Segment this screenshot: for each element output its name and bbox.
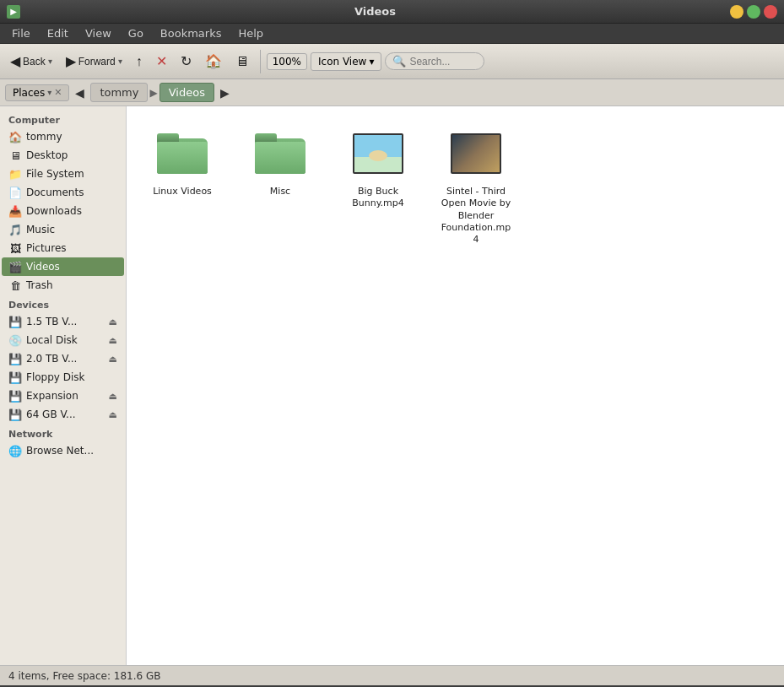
eject-icon[interactable]: ⏏ <box>109 409 117 420</box>
file-item-big-buck-bunny[interactable]: Big Buck Bunny.mp4 <box>336 120 420 252</box>
sidebar-item-filesystem[interactable]: 📁 File System <box>2 165 124 183</box>
window-controls <box>730 5 777 19</box>
main-layout: Computer 🏠 tommy 🖥 Desktop 📁 File System… <box>0 106 784 665</box>
status-text: 4 items, Free space: 181.6 GB <box>8 670 160 682</box>
breadcrumb-tommy[interactable]: tommy <box>90 83 148 102</box>
places-button[interactable]: Places ▾ ✕ <box>5 84 69 101</box>
eject-icon[interactable]: ⏏ <box>109 354 117 365</box>
view-selector[interactable]: Icon View ▾ <box>311 52 381 71</box>
window-icon: ▶ <box>7 5 20 19</box>
file-item-misc[interactable]: Misc <box>238 120 322 252</box>
drive-icon: 💾 <box>8 315 22 328</box>
sidebar-item-browse-network[interactable]: 🌐 Browse Net... <box>2 441 124 460</box>
video-thumbnail <box>451 133 501 174</box>
sidebar-item-downloads[interactable]: 📥 Downloads <box>2 202 124 220</box>
expansion-icon: 💾 <box>8 389 22 403</box>
up-icon: ↑ <box>136 54 143 69</box>
home-icon: 🏠 <box>205 53 222 69</box>
window-title: Videos <box>25 5 725 18</box>
breadcrumb-prev-button[interactable]: ◀ <box>72 84 88 101</box>
stop-icon: ✕ <box>156 53 167 69</box>
file-label: Sintel - Third Open Movie by Blender Fou… <box>441 186 511 246</box>
home-icon: 🏠 <box>8 130 22 143</box>
sidebar-section-computer: Computer <box>0 110 126 127</box>
search-icon: 🔍 <box>392 55 406 68</box>
computer-icon: 🖥 <box>235 54 249 69</box>
disk-icon: 💿 <box>8 333 22 347</box>
sidebar-item-floppy[interactable]: 💾 Floppy Disk <box>2 368 124 387</box>
file-label: Big Buck Bunny.mp4 <box>343 186 414 210</box>
menu-edit[interactable]: Edit <box>39 25 77 41</box>
videos-icon: 🎬 <box>8 260 22 273</box>
stop-button[interactable]: ✕ <box>151 50 172 73</box>
forward-icon: ▶ <box>66 53 76 69</box>
reload-button[interactable]: ↻ <box>176 50 197 73</box>
breadcrumb-videos[interactable]: Videos <box>160 83 214 102</box>
sidebar-item-tommy[interactable]: 🏠 tommy <box>2 127 124 146</box>
menubar: File Edit View Go Bookmarks Help <box>0 24 784 44</box>
eject-icon[interactable]: ⏏ <box>109 316 117 327</box>
menu-bookmarks[interactable]: Bookmarks <box>152 25 230 41</box>
up-button[interactable]: ↑ <box>131 51 148 73</box>
file-grid: Linux Videos Misc <box>140 120 770 252</box>
trash-icon: 🗑 <box>8 279 22 292</box>
eject-icon[interactable]: ⏏ <box>109 391 117 402</box>
search-box[interactable]: 🔍 <box>385 52 484 70</box>
search-input[interactable] <box>409 56 477 68</box>
places-close-icon[interactable]: ✕ <box>54 87 62 98</box>
forward-arrow-icon: ▾ <box>118 57 122 66</box>
video-thumb-wrapper <box>351 127 405 181</box>
menu-file[interactable]: File <box>3 25 39 41</box>
breadcrumb-next-button[interactable]: ▶ <box>217 84 233 101</box>
sidebar-item-documents[interactable]: 📄 Documents <box>2 183 124 202</box>
forward-button[interactable]: ▶ Forward ▾ <box>61 50 127 73</box>
toolbar: ◀ Back ▾ ▶ Forward ▾ ↑ ✕ ↻ 🏠 🖥 100% <box>0 44 784 79</box>
downloads-icon: 📥 <box>8 204 22 218</box>
sidebar-item-expansion[interactable]: 💾 Expansion ⏏ <box>2 387 124 405</box>
places-arrow-icon: ▾ <box>47 88 51 97</box>
drive2-icon: 💾 <box>8 352 22 365</box>
file-item-linux-videos[interactable]: Linux Videos <box>140 120 224 252</box>
sidebar-item-desktop[interactable]: 🖥 Desktop <box>2 146 124 165</box>
back-button[interactable]: ◀ Back ▾ <box>5 50 57 73</box>
documents-icon: 📄 <box>8 186 22 199</box>
menu-view[interactable]: View <box>77 25 120 41</box>
eject-icon[interactable]: ⏏ <box>109 335 117 346</box>
sidebar-item-music[interactable]: 🎵 Music <box>2 220 124 239</box>
minimize-button[interactable] <box>730 5 743 19</box>
view-dropdown-icon: ▾ <box>369 56 374 68</box>
sidebar-item-1tb[interactable]: 💾 1.5 TB V... ⏏ <box>2 312 124 331</box>
floppy-icon: 💾 <box>8 371 22 384</box>
back-arrow-icon: ▾ <box>48 57 52 66</box>
reload-icon: ↻ <box>181 53 192 69</box>
toolbar-separator <box>260 50 261 73</box>
computer-button[interactable]: 🖥 <box>230 51 254 73</box>
folder-icon <box>255 133 305 174</box>
sidebar-item-2tb[interactable]: 💾 2.0 TB V... ⏏ <box>2 349 124 368</box>
sidebar-item-videos[interactable]: 🎬 Videos <box>2 257 124 276</box>
file-area[interactable]: Linux Videos Misc <box>127 106 784 665</box>
file-item-sintel[interactable]: Sintel - Third Open Movie by Blender Fou… <box>434 120 518 252</box>
maximize-button[interactable] <box>747 5 760 19</box>
sidebar-item-trash[interactable]: 🗑 Trash <box>2 276 124 295</box>
sidebar-section-network: Network <box>0 424 126 441</box>
video-thumbnail <box>353 133 403 174</box>
sidebar-item-localdisk[interactable]: 💿 Local Disk ⏏ <box>2 331 124 349</box>
folder-icon-wrapper <box>155 127 209 181</box>
menu-go[interactable]: Go <box>120 25 152 41</box>
breadcrumb: tommy ▶ Videos <box>90 83 214 102</box>
sidebar-section-devices: Devices <box>0 295 126 312</box>
sidebar-item-64gb[interactable]: 💾 64 GB V... ⏏ <box>2 405 124 424</box>
close-button[interactable] <box>764 5 777 19</box>
file-label: Linux Videos <box>153 186 212 197</box>
zoom-selector[interactable]: 100% <box>267 53 307 70</box>
folder-icon <box>157 133 208 174</box>
pictures-icon: 🖼 <box>8 241 22 255</box>
video-thumb-wrapper <box>449 127 503 181</box>
statusbar: 4 items, Free space: 181.6 GB <box>0 665 784 685</box>
filesystem-icon: 📁 <box>8 167 22 181</box>
home-button[interactable]: 🏠 <box>200 50 227 73</box>
music-icon: 🎵 <box>8 223 22 236</box>
menu-help[interactable]: Help <box>230 25 272 41</box>
sidebar-item-pictures[interactable]: 🖼 Pictures <box>2 239 124 257</box>
